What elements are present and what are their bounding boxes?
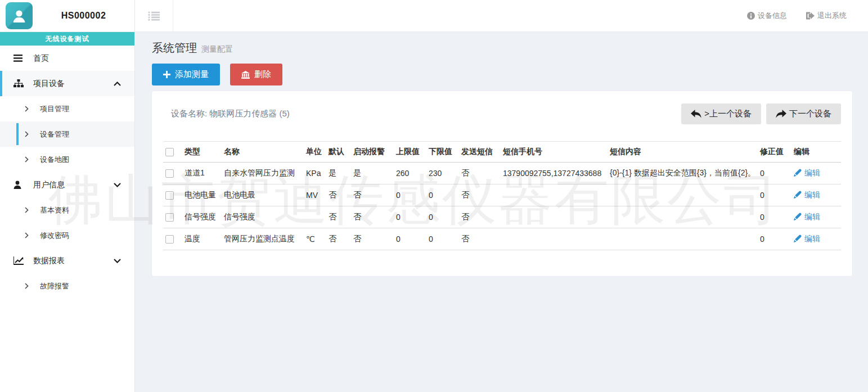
edit-link[interactable]: 编辑 <box>794 212 820 222</box>
prev-device-button[interactable]: >上一个设备 <box>681 103 761 124</box>
row-select-cell <box>163 184 182 206</box>
sidebar-item-label: 用户信息 <box>33 180 65 190</box>
row-checkbox[interactable] <box>165 235 174 244</box>
delete-icon <box>241 71 250 79</box>
sitemap-icon <box>14 79 25 88</box>
breadcrumb: 测量配置 <box>201 44 233 55</box>
cell-lower: 230 <box>426 163 459 184</box>
chevron-right-icon <box>25 283 29 289</box>
sidebar-item-user-info[interactable]: 用户信息 <box>0 172 134 197</box>
sidebar-item-project-device[interactable]: 项目设备 <box>0 71 134 96</box>
cell-lower: 0 <box>426 184 459 206</box>
forward-arrow-icon <box>776 110 786 118</box>
device-info-link[interactable]: 设备信息 <box>747 11 787 21</box>
add-measure-button[interactable]: 添加测量 <box>152 64 220 85</box>
row-checkbox[interactable] <box>165 191 174 200</box>
sidebar-subitem-fault-alarm[interactable]: 故障报警 <box>0 273 134 299</box>
cell-sms_phone <box>501 184 608 206</box>
cell-correction: 0 <box>758 206 791 228</box>
column-header: 上限值 <box>394 142 426 163</box>
table-head: 类型名称单位默认启动报警上限值下限值发送短信短信手机号短信内容修正值编辑 <box>163 142 841 163</box>
sidebar-subitem-device-map[interactable]: 设备地图 <box>0 147 134 172</box>
sidebar: 无线设备测试 首页项目设备项目管理设备管理设备地图用户信息基本资料修改密码数据报… <box>0 32 135 392</box>
row-select-cell <box>163 163 182 184</box>
cell-sms_phone: 13790092755,13727433688 <box>501 163 608 184</box>
edit-label: 编辑 <box>804 190 820 200</box>
pencil-icon <box>794 235 802 244</box>
cell-default: 否 <box>326 184 351 206</box>
cell-send_sms: 否 <box>459 206 501 228</box>
sidebar-subitem-change-password[interactable]: 修改密码 <box>0 223 134 248</box>
chevron-down-icon <box>114 183 121 187</box>
row-checkbox[interactable] <box>165 169 174 178</box>
sidebar-item-data-report[interactable]: 数据报表 <box>0 248 134 273</box>
chevron-down-icon <box>114 259 121 263</box>
cell-edit: 编辑 <box>791 184 841 206</box>
list-icon <box>148 11 160 21</box>
plus-icon <box>163 71 170 78</box>
sidebar-nav: 首页项目设备项目管理设备管理设备地图用户信息基本资料修改密码数据报表故障报警 <box>0 46 134 299</box>
edit-link[interactable]: 编辑 <box>794 190 820 200</box>
cell-default: 否 <box>326 228 351 250</box>
table-body: 道道1自来水管网压力监测KPa是是260230否13790092755,1372… <box>163 163 841 250</box>
device-nav-buttons: >上一个设备 下一个设备 <box>681 103 841 124</box>
header-row: 类型名称单位默认启动报警上限值下限值发送短信短信手机号短信内容修正值编辑 <box>163 142 841 163</box>
sidebar-subitem-project-manage[interactable]: 项目管理 <box>0 96 134 121</box>
edit-link[interactable]: 编辑 <box>794 234 820 244</box>
user-icon <box>14 181 25 189</box>
cell-upper: 0 <box>394 228 426 250</box>
logout-link[interactable]: 退出系统 <box>806 11 847 21</box>
edit-label: 编辑 <box>804 234 820 244</box>
cell-unit: MV <box>304 184 326 206</box>
collapse-menu-button[interactable] <box>135 0 173 31</box>
sidebar-subitem-label: 项目管理 <box>40 104 69 114</box>
next-device-button[interactable]: 下一个设备 <box>766 103 841 124</box>
column-header: 短信内容 <box>608 142 758 163</box>
sidebar-subitem-device-manage[interactable]: 设备管理 <box>0 121 134 147</box>
sidebar-item-label: 项目设备 <box>33 79 65 89</box>
device-name-value: 物联网压力传感器 (5) <box>209 109 290 118</box>
sidebar-subitem-label: 设备管理 <box>40 129 69 139</box>
column-header: 名称 <box>222 142 304 163</box>
cell-type: 道道1 <box>182 163 222 184</box>
chevron-right-icon <box>25 207 29 213</box>
device-bar: 设备名称: 物联网压力传感器 (5) >上一个设备 下一个设备 <box>163 103 841 124</box>
device-info-label: 设备信息 <box>758 11 787 21</box>
row-checkbox[interactable] <box>165 213 174 222</box>
chart-icon <box>14 256 25 265</box>
edit-link[interactable]: 编辑 <box>794 168 820 178</box>
cell-alarm: 否 <box>351 184 394 206</box>
table-row: 信号强度信号强度否否00否0编辑 <box>163 206 841 228</box>
row-select-cell <box>163 228 182 250</box>
device-test-banner: 无线设备测试 <box>0 32 134 46</box>
delete-button[interactable]: 删除 <box>230 64 282 85</box>
table-row: 温度管网压力监测点温度℃否否00否0编辑 <box>163 228 841 250</box>
cell-type: 电池电量 <box>182 184 222 206</box>
cell-default: 否 <box>326 206 351 228</box>
chevron-up-icon <box>114 82 121 86</box>
cell-send_sms: 否 <box>459 163 501 184</box>
sidebar-subitem-basic-profile[interactable]: 基本资料 <box>0 197 134 223</box>
device-name-text: 设备名称: 物联网压力传感器 (5) <box>163 109 290 119</box>
cell-edit: 编辑 <box>791 228 841 250</box>
cell-sms_content: {0}-{1} 数据超出安全范围{3}，当前值{2}。 <box>608 163 758 184</box>
chevron-right-icon <box>25 232 29 238</box>
chevron-right-icon <box>25 106 29 112</box>
sidebar-subitem-label: 设备地图 <box>40 155 69 165</box>
cell-upper: 0 <box>394 184 426 206</box>
device-name-label: 设备名称: <box>171 109 207 118</box>
cell-name: 信号强度 <box>222 206 304 228</box>
column-header: 单位 <box>304 142 326 163</box>
chevron-right-icon <box>25 131 29 137</box>
cell-sms_content <box>608 206 758 228</box>
page-title: 系统管理 <box>152 40 197 56</box>
cell-send_sms: 否 <box>459 228 501 250</box>
cell-sms_phone <box>501 228 608 250</box>
cell-edit: 编辑 <box>791 163 841 184</box>
select-all-checkbox[interactable] <box>165 148 174 156</box>
cell-default: 是 <box>326 163 351 184</box>
sidebar-item-home[interactable]: 首页 <box>0 46 134 71</box>
column-header: 发送短信 <box>459 142 501 163</box>
page-header: 系统管理 测量配置 <box>152 40 852 56</box>
cell-correction: 0 <box>758 184 791 206</box>
